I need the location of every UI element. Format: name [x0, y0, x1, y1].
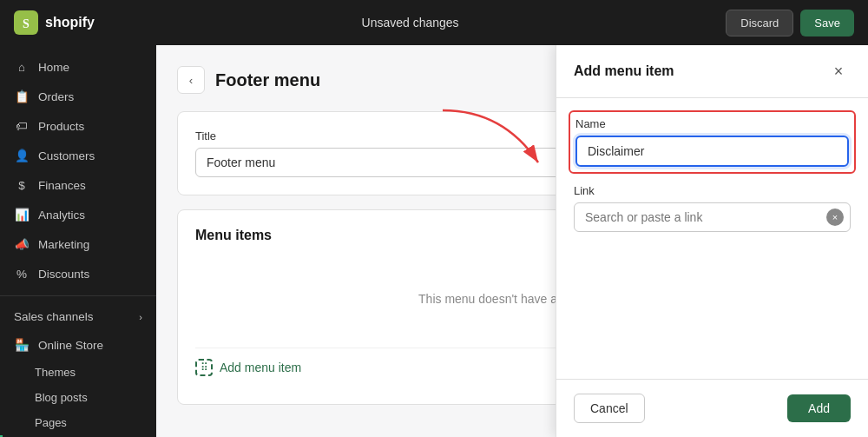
sidebar-item-finances[interactable]: $ Finances — [0, 170, 156, 200]
sidebar-item-label: Marketing — [38, 238, 89, 251]
sidebar-item-analytics[interactable]: 📊 Analytics — [0, 200, 156, 229]
sidebar-item-customers[interactable]: 👤 Customers — [0, 141, 156, 170]
link-field: Link × — [574, 184, 851, 232]
panel-body: Name Link × — [556, 98, 868, 379]
sales-channels-label: Sales channels — [14, 310, 94, 323]
sidebar-divider — [0, 295, 156, 296]
panel-footer: Cancel Add — [556, 379, 868, 437]
topbar: S shopify Unsaved changes Discard Save — [0, 0, 868, 45]
discard-button[interactable]: Discard — [726, 10, 793, 36]
customers-icon: 👤 — [14, 148, 30, 163]
sidebar-item-label: Online Store — [38, 339, 103, 352]
link-clear-button[interactable]: × — [826, 209, 844, 226]
discounts-icon: % — [14, 266, 30, 281]
sidebar-item-label: Customers — [38, 149, 95, 162]
sidebar-nav: ⌂ Home 📋 Orders 🏷 Products 👤 Customers $… — [0, 45, 156, 437]
logo: S shopify — [14, 10, 95, 35]
sidebar-sub-item-pages[interactable]: Pages — [0, 410, 156, 435]
online-store-icon: 🏪 — [14, 337, 30, 353]
cancel-button[interactable]: Cancel — [574, 394, 645, 423]
topbar-actions: Discard Save — [726, 10, 854, 36]
link-field-label: Link — [574, 184, 851, 197]
sidebar-sub-item-label: Pages — [35, 416, 67, 429]
sidebar-item-label: Products — [38, 120, 84, 133]
sidebar-item-online-store[interactable]: 🏪 Online Store — [0, 330, 156, 360]
back-button[interactable]: ‹ — [177, 66, 205, 94]
panel-close-button[interactable]: × — [826, 59, 851, 83]
sidebar-sub-item-themes[interactable]: Themes — [0, 360, 156, 385]
products-icon: 🏷 — [14, 118, 30, 134]
panel-header: Add menu item × — [556, 45, 868, 98]
name-input[interactable] — [575, 136, 849, 167]
sidebar: ⌂ Home 📋 Orders 🏷 Products 👤 Customers $… — [0, 45, 156, 437]
sidebar-item-label: Finances — [38, 179, 86, 192]
link-input-wrapper: × — [574, 202, 851, 232]
sidebar-sub-item-blog-posts[interactable]: Blog posts — [0, 385, 156, 410]
sidebar-item-products[interactable]: 🏷 Products — [0, 111, 156, 141]
main-content: ‹ Footer menu Title Menu items This menu… — [156, 45, 868, 437]
svg-text:S: S — [23, 17, 30, 30]
sidebar-item-discounts[interactable]: % Discounts — [0, 259, 156, 288]
sidebar-item-orders[interactable]: 📋 Orders — [0, 82, 156, 111]
topbar-title: Unsaved changes — [108, 16, 712, 30]
add-menu-item-label: Add menu item — [220, 361, 301, 374]
chevron-right-icon: › — [139, 312, 142, 322]
sidebar-item-label: Analytics — [38, 209, 85, 222]
layout: ⌂ Home 📋 Orders 🏷 Products 👤 Customers $… — [0, 45, 868, 437]
save-button[interactable]: Save — [800, 10, 854, 36]
add-button[interactable]: Add — [787, 394, 851, 422]
back-arrow-icon: ‹ — [189, 74, 193, 87]
name-field-highlight: Name — [569, 110, 856, 174]
home-icon: ⌂ — [14, 59, 30, 75]
finances-icon: $ — [14, 177, 30, 193]
add-menu-item-panel: Add menu item × Name Link × — [556, 45, 868, 437]
sales-channels-header[interactable]: Sales channels › — [0, 303, 156, 330]
add-menu-icon: ⠿ — [195, 359, 213, 376]
sidebar-sub-item-label: Themes — [35, 366, 76, 379]
sidebar-item-label: Orders — [38, 90, 74, 103]
page-title: Footer menu — [215, 70, 320, 90]
name-field: Name — [574, 110, 851, 174]
panel-title: Add menu item — [574, 63, 674, 79]
link-input[interactable] — [574, 202, 851, 232]
orders-icon: 📋 — [14, 89, 30, 104]
sidebar-item-label: Discounts — [38, 268, 89, 281]
sidebar-sub-item-label: Blog posts — [35, 391, 88, 404]
analytics-icon: 📊 — [14, 207, 30, 222]
shopify-logo-icon: S — [14, 10, 38, 35]
sidebar-item-label: Home — [38, 61, 69, 74]
sidebar-item-marketing[interactable]: 📣 Marketing — [0, 229, 156, 259]
name-field-label: Name — [575, 117, 849, 130]
logo-text: shopify — [45, 15, 95, 30]
marketing-icon: 📣 — [14, 236, 30, 252]
sidebar-item-home[interactable]: ⌂ Home — [0, 52, 156, 82]
